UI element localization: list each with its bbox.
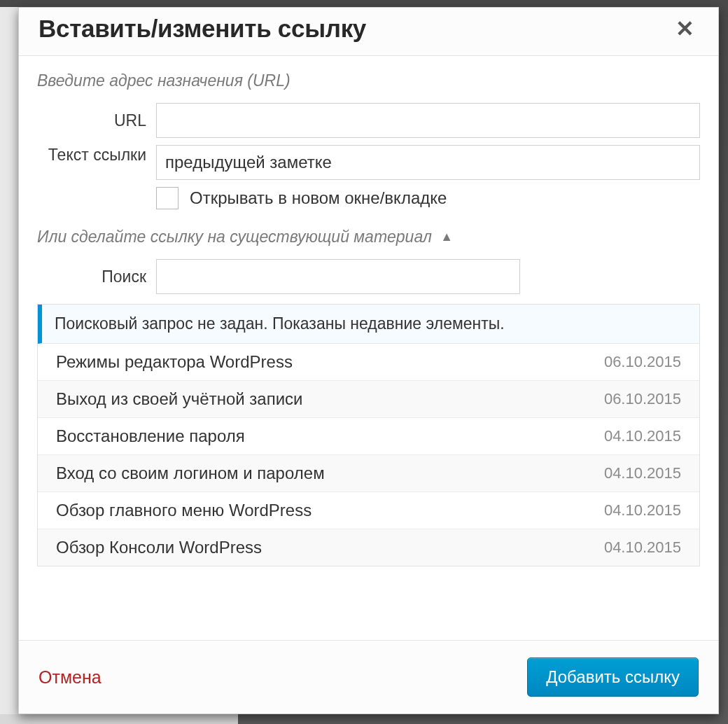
new-tab-row: Открывать в новом окне/вкладке [156,187,700,209]
new-tab-checkbox[interactable] [156,187,178,209]
insert-link-modal: Вставить/изменить ссылку ✕ Введите адрес… [18,7,719,714]
result-date: 06.10.2015 [590,353,681,371]
search-label: Поиск [37,267,156,286]
result-date: 04.10.2015 [590,464,681,482]
collapse-up-icon: ▲ [440,230,453,244]
link-text-input[interactable] [156,145,700,180]
result-item[interactable]: Обзор Консоли WordPress 04.10.2015 [38,529,699,566]
result-item[interactable]: Режимы редактора WordPress 06.10.2015 [38,344,699,381]
link-text-label: Текст ссылки [37,145,156,165]
result-date: 04.10.2015 [590,501,681,520]
result-title: Вход со своим логином и паролем [56,464,325,483]
search-input[interactable] [156,259,520,294]
add-link-button[interactable]: Добавить ссылку [527,657,699,697]
result-item[interactable]: Восстановление пароля 04.10.2015 [38,418,699,455]
result-title: Обзор главного меню WordPress [56,501,312,520]
modal-title: Вставить/изменить ссылку [38,15,366,43]
result-item[interactable]: Обзор главного меню WordPress 04.10.2015 [38,492,699,529]
result-date: 04.10.2015 [590,538,681,557]
modal-header: Вставить/изменить ссылку ✕ [19,8,718,56]
result-title: Обзор Консоли WordPress [56,538,262,557]
result-title: Выход из своей учётной записи [56,389,303,409]
url-input[interactable] [156,103,700,138]
close-icon[interactable]: ✕ [671,15,699,43]
background-panel-left [0,7,20,714]
modal-body: Введите адрес назначения (URL) URL Текст… [19,56,718,640]
result-date: 04.10.2015 [590,427,681,445]
result-item[interactable]: Вход со своим логином и паролем 04.10.20… [38,455,699,492]
result-title: Режимы редактора WordPress [56,352,293,372]
modal-footer: Отмена Добавить ссылку [19,640,718,713]
results-list: Поисковый запрос не задан. Показаны неда… [37,304,700,566]
url-field-row: URL [37,103,700,138]
cancel-button[interactable]: Отмена [38,667,102,688]
url-section-hint: Введите адрес назначения (URL) [37,71,700,90]
existing-section-toggle[interactable]: Или сделайте ссылку на существующий мате… [37,228,700,246]
search-field-row: Поиск [37,259,700,294]
result-date: 06.10.2015 [590,390,681,408]
background-panel-bottom [0,714,238,724]
existing-section-hint: Или сделайте ссылку на существующий мате… [37,228,432,246]
link-text-field-row: Текст ссылки [37,145,700,180]
new-tab-label: Открывать в новом окне/вкладке [190,188,447,208]
results-banner: Поисковый запрос не задан. Показаны неда… [38,305,699,344]
result-title: Восстановление пароля [56,426,245,446]
result-item[interactable]: Выход из своей учётной записи 06.10.2015 [38,381,699,418]
url-label: URL [37,111,156,131]
